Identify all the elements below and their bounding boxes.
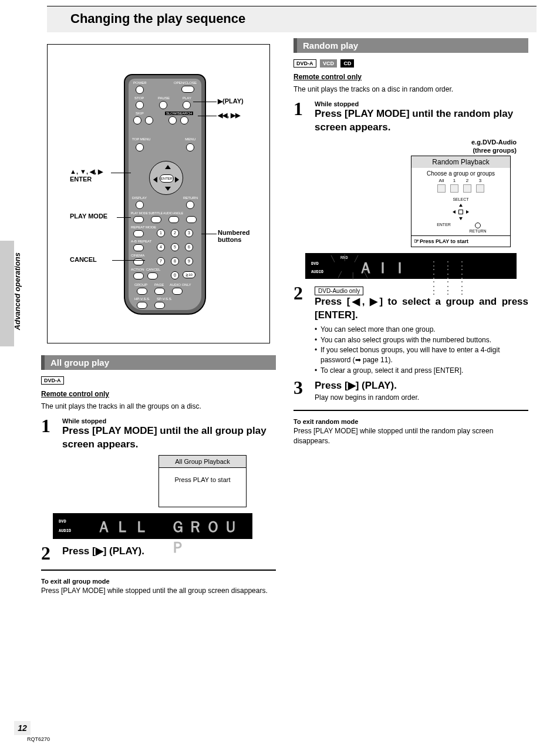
rp-g-2: 2 <box>466 178 468 183</box>
remote-face: POWER OPEN/CLOSE STOP PAUSE PLAY SKIP SL… <box>129 79 201 310</box>
divider <box>41 570 276 571</box>
display-all-group: DVD AUDIO ＡＬＬ ＧＲＯＵＰ <box>53 513 252 539</box>
btn-9: 9 <box>185 257 193 265</box>
disp-dvd: DVD <box>311 261 319 266</box>
btn-3: 3 <box>185 229 193 237</box>
disp-tick1: ╲ <box>331 255 335 262</box>
disp-tick3: ╱ <box>355 255 358 262</box>
lbl-return: RETURN <box>183 196 198 200</box>
badge-cd: CD <box>340 59 354 68</box>
side-tab <box>0 241 14 346</box>
callout-playmode: PLAY MODE <box>70 213 117 220</box>
callout-skip: ◀◀, ▶▶ <box>218 112 240 119</box>
btn-audioonly <box>172 288 183 295</box>
return-icon <box>475 223 481 228</box>
btn-play <box>183 101 191 109</box>
btn-1: 1 <box>157 229 165 237</box>
rp-select: SELECT <box>411 196 510 201</box>
lbl-group: GROUP <box>134 283 147 287</box>
btn-display <box>136 201 144 209</box>
step-1-main: Press [PLAY MODE] until the all group pl… <box>62 424 276 452</box>
exit-random-body: Press [PLAY MODE] while stopped until th… <box>294 426 528 446</box>
btn-topmenu <box>136 143 144 151</box>
callout-line <box>198 116 217 116</box>
osd-body: Press PLAY to start <box>159 468 246 507</box>
callout-line <box>111 173 131 173</box>
disp-bars: ⋮⋮⋮ ⋮⋮⋮ ⋮⋮⋮ <box>429 259 517 296</box>
r-step-2-num: 2 <box>294 284 308 302</box>
random-header: Random play <box>294 38 528 53</box>
lbl-action: ACTION <box>131 268 144 271</box>
btn-2: 2 <box>171 229 179 237</box>
lbl-repeat: REPEAT MODE <box>131 225 156 229</box>
r-step-1-num: 1 <box>294 99 308 118</box>
lbl-abrepeat: A-B REPEAT <box>131 240 151 243</box>
rp-choose: Choose a group or groups <box>411 168 510 178</box>
page-title: Changing the play sequence <box>70 11 527 26</box>
btn-pause <box>159 101 167 109</box>
bullet-4: To clear a group, select it and press [E… <box>315 366 528 376</box>
osd-title: All Group Playback <box>159 456 246 468</box>
r-step-1-pre: While stopped <box>315 100 528 107</box>
callout-line <box>193 102 217 102</box>
disp-tickb2: │ <box>351 272 355 279</box>
lbl-pause: PAUSE <box>158 96 170 100</box>
lbl-menu: MENU <box>185 137 195 141</box>
btn-search-rev <box>168 116 177 124</box>
lbl-page: PAGE <box>154 283 164 287</box>
rp-g-1: 1 <box>453 178 456 183</box>
random-intro: The unit plays the tracks on a disc in r… <box>294 85 528 95</box>
lbl-power: POWER <box>133 81 147 85</box>
lbl-skip: SKIP <box>136 112 144 115</box>
all-group-osd: All Group Playback Press PLAY to start <box>158 455 247 507</box>
btn-hpvss <box>137 302 147 309</box>
btn-0: 0 <box>171 271 179 279</box>
btn-search-fwd <box>180 116 188 124</box>
remote-body: POWER OPEN/CLOSE STOP PAUSE PLAY SKIP SL… <box>124 74 206 315</box>
rp-g-all: All <box>439 178 444 183</box>
remote-illustration: POWER OPEN/CLOSE STOP PAUSE PLAY SKIP SL… <box>47 44 270 343</box>
bullet-1: You can select more than one group. <box>315 325 528 335</box>
btn-action <box>133 272 144 279</box>
rp-groups: All 1 2 3 <box>411 178 510 196</box>
callout-numbered: Numbered buttons <box>218 229 249 243</box>
lbl-cancel: CANCEL <box>146 268 160 271</box>
disp-audio: AUDIO <box>311 269 323 274</box>
page-title-bar: Changing the play sequence <box>47 6 537 32</box>
disp-tickb1: ╱ <box>338 271 342 278</box>
disp-tickb3: ╲ <box>364 271 367 278</box>
lbl-topmenu: TOP MENU <box>132 137 150 141</box>
btn-7: 7 <box>157 257 165 265</box>
step-1-pre: While stopped <box>62 417 276 424</box>
btn-cinema <box>133 258 144 265</box>
btn-stop <box>136 101 144 109</box>
step-1-num: 1 <box>41 416 55 435</box>
badge-dvda: DVD-A <box>41 376 64 385</box>
disp-tick2: │ <box>343 254 346 261</box>
doc-code: RQT6270 <box>27 736 50 742</box>
arrow-right-icon <box>175 177 179 183</box>
disp-seg-all: ＡＬＬ <box>96 517 153 537</box>
r-step-3-num: 3 <box>294 378 308 397</box>
arrow-down-icon <box>165 187 171 191</box>
lbl-openclose: OPEN/CLOSE <box>174 81 197 85</box>
lbl-stop: STOP <box>134 96 144 100</box>
btn-return <box>186 201 194 209</box>
lbl-spvss: SP-V.S.S. <box>157 297 172 301</box>
remote-only-label: Remote control only <box>294 73 528 81</box>
exit-all-group-title: To exit all group mode <box>41 578 276 585</box>
rp-return: RETURN <box>469 229 486 233</box>
lbl-slowsearch: SLOW/SEARCH <box>165 112 193 115</box>
disp-dvd: DVD <box>59 519 66 524</box>
dpad: ENTER <box>149 161 183 195</box>
callout-line <box>112 260 145 261</box>
callout-play: ▶(PLAY) <box>218 97 244 105</box>
btn-5: 5 <box>171 243 179 251</box>
rp-enter: ENTER <box>437 223 451 227</box>
exit-random-title: To exit random mode <box>294 418 528 425</box>
btn-gte10: ≧10 <box>183 271 195 278</box>
dvd-audio-only-tag: DVD-Audio only <box>315 287 363 295</box>
r-step-3-sub: Play now begins in random order. <box>315 393 528 403</box>
arrow-left-icon <box>153 177 157 183</box>
lbl-display: DISPLAY <box>132 196 147 200</box>
